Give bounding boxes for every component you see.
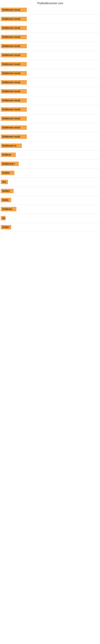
- list-item[interactable]: Bottleneck result: [0, 105, 100, 114]
- list-item[interactable]: Bottleneck result: [0, 69, 100, 78]
- bottleneck-result-bar[interactable]: Bottleneck result: [1, 26, 27, 30]
- list-item[interactable]: Bottleneck result: [0, 33, 100, 42]
- bottleneck-result-bar[interactable]: Bottleneck result: [1, 107, 27, 112]
- list-item[interactable]: Bottleneck result: [0, 123, 100, 132]
- bottleneck-result-bar[interactable]: Bottlen: [1, 189, 14, 193]
- bottleneck-result-bar[interactable]: Bottleneck result: [1, 44, 27, 48]
- list-item[interactable]: Bottleneck result: [0, 132, 100, 142]
- list-item[interactable]: Bottleneck result: [0, 114, 100, 123]
- list-item[interactable]: Bottleneck result: [0, 42, 100, 51]
- list-item[interactable]: Bottleneck result: [0, 96, 100, 105]
- list-item[interactable]: Bottlen: [0, 169, 100, 178]
- bottleneck-result-bar[interactable]: Bottlen: [1, 171, 14, 175]
- bottleneck-result-bar[interactable]: Bo: [1, 216, 6, 220]
- list-item[interactable]: Bottleneck result: [0, 78, 100, 87]
- bottleneck-result-bar[interactable]: Bottler: [1, 225, 11, 230]
- bottleneck-result-bar[interactable]: Bottleneck result: [1, 8, 27, 12]
- bottleneck-result-bar[interactable]: Bottleneck result: [1, 98, 27, 103]
- bottleneck-result-bar[interactable]: Bottleneck result: [1, 62, 27, 66]
- bottleneck-result-bar[interactable]: Bottleneck re: [1, 144, 22, 148]
- bottleneck-result-bar[interactable]: Bottleneck result: [1, 80, 27, 84]
- site-title: TheBottlenecker.com: [0, 0, 100, 6]
- bottleneck-result-bar[interactable]: Bottleneck result: [1, 89, 27, 94]
- list-item[interactable]: Bottleneck re: [0, 142, 100, 150]
- list-item[interactable]: Bottleneck result: [0, 15, 100, 24]
- bottleneck-result-bar[interactable]: Bottleneck result: [1, 71, 27, 76]
- list-item[interactable]: Bottlene: [0, 150, 100, 160]
- list-item[interactable]: Bottler: [0, 223, 100, 232]
- list-item[interactable]: Bottlen: [0, 187, 100, 196]
- list-item[interactable]: Bottlenec: [0, 205, 100, 214]
- list-item[interactable]: Bottleneck r: [0, 160, 100, 169]
- page-container: TheBottlenecker.com Bottleneck resultBot…: [0, 0, 100, 594]
- bottleneck-result-bar[interactable]: Bottleneck result: [1, 134, 27, 139]
- bottom-spacer: [0, 232, 100, 594]
- list-item[interactable]: Bottleneck result: [0, 24, 100, 33]
- list-item[interactable]: Bot: [0, 178, 100, 187]
- bottleneck-result-bar[interactable]: Bottlenec: [1, 207, 16, 211]
- bottleneck-result-bar[interactable]: Bottleneck r: [1, 162, 19, 166]
- bottleneck-result-bar[interactable]: Bottleneck result: [1, 35, 27, 39]
- list-item[interactable]: Bottleneck result: [0, 60, 100, 69]
- bottleneck-result-bar[interactable]: Bottleneck result: [1, 53, 27, 57]
- bottleneck-result-bar[interactable]: Bottlene: [1, 152, 16, 157]
- bottleneck-result-bar[interactable]: Bottle: [1, 198, 11, 202]
- bottleneck-result-bar[interactable]: Bottleneck result: [1, 126, 27, 130]
- list-item[interactable]: Bo: [0, 214, 100, 223]
- list-item[interactable]: Bottleneck result: [0, 6, 100, 15]
- list-item[interactable]: Bottleneck result: [0, 87, 100, 96]
- rows-container: Bottleneck resultBottleneck resultBottle…: [0, 6, 100, 594]
- bottleneck-result-bar[interactable]: Bottleneck result: [1, 17, 27, 21]
- list-item[interactable]: Bottle: [0, 196, 100, 205]
- bottleneck-result-bar[interactable]: Bot: [1, 180, 8, 184]
- list-item[interactable]: Bottleneck result: [0, 51, 100, 60]
- bottleneck-result-bar[interactable]: Bottleneck result: [1, 116, 27, 121]
